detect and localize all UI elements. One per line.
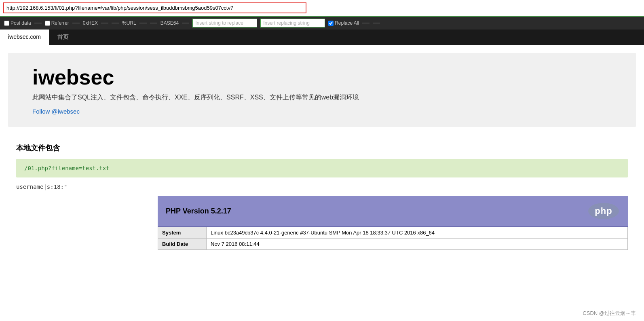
address-bar-area: [0, 0, 644, 17]
replace-all-checkbox[interactable]: [328, 21, 334, 26]
nav-tab-home[interactable]: 首页: [49, 30, 77, 45]
code-box: /01.php?filename=test.txt: [16, 159, 628, 177]
section-title: 本地文件包含: [16, 143, 628, 153]
address-input[interactable]: [3, 2, 306, 13]
replace-all-label[interactable]: Replace All: [328, 20, 359, 26]
insert-replacing-input[interactable]: [260, 19, 325, 27]
separator-2: [72, 23, 80, 23]
table-cell-value: Linux bc23a49cb37c 4.4.0-21-generic #37-…: [207, 227, 628, 239]
main-content: iwebsec 此网站中集合了SQL注入、文件包含、命令执行、XXE、反序列化、…: [0, 53, 644, 258]
hero-title: iwebsec: [32, 65, 612, 89]
separator-4b: [150, 23, 157, 23]
separator-3b: [112, 23, 119, 23]
svg-text:php: php: [595, 206, 612, 216]
separator-5: [182, 23, 189, 23]
table-row: System Linux bc23a49cb37c 4.4.0-21-gener…: [158, 227, 628, 239]
separator-1: [34, 23, 42, 23]
base64-label: BASE64: [160, 20, 179, 26]
table-cell-label: System: [158, 227, 207, 239]
separator-6b: [373, 23, 380, 23]
url-label: %URL: [122, 20, 136, 26]
insert-string-input[interactable]: [192, 19, 257, 27]
hero-section: iwebsec 此网站中集合了SQL注入、文件包含、命令执行、XXE、反序列化、…: [8, 53, 636, 127]
nav-bar: iwebsec.com 首页: [0, 30, 644, 45]
php-table: System Linux bc23a49cb37c 4.4.0-21-gener…: [158, 227, 628, 250]
post-data-label[interactable]: Post data: [4, 20, 31, 26]
table-cell-value: Nov 7 2016 08:11:44: [207, 239, 628, 250]
separator-4: [139, 23, 147, 23]
separator-6: [362, 23, 370, 23]
content-section: 本地文件包含 /01.php?filename=test.txt usernam…: [0, 135, 644, 258]
hero-subtitle: 此网站中集合了SQL注入、文件包含、命令执行、XXE、反序列化、SSRF、XSS…: [32, 93, 612, 102]
php-info-container: PHP Version 5.2.17 php System Linux bc23…: [158, 196, 628, 250]
php-version: PHP Version 5.2.17: [166, 207, 231, 215]
post-data-checkbox[interactable]: [4, 21, 9, 26]
toolbar: Post data Referrer 0xHEX %URL BASE64 Rep…: [0, 17, 644, 30]
php-logo-icon: php: [587, 202, 620, 220]
nav-tab-iwebsec[interactable]: iwebsec.com: [0, 30, 49, 45]
referrer-label[interactable]: Referrer: [45, 20, 69, 26]
hex-label: 0xHEX: [83, 20, 98, 26]
text-content: username|s:18:": [16, 184, 628, 190]
table-cell-label: Build Date: [158, 239, 207, 250]
referrer-checkbox[interactable]: [45, 21, 50, 26]
follow-link[interactable]: Follow @iwebsec: [32, 108, 80, 115]
table-row: Build Date Nov 7 2016 08:11:44: [158, 239, 628, 250]
php-header: PHP Version 5.2.17 php: [158, 196, 628, 227]
separator-3: [101, 23, 108, 23]
